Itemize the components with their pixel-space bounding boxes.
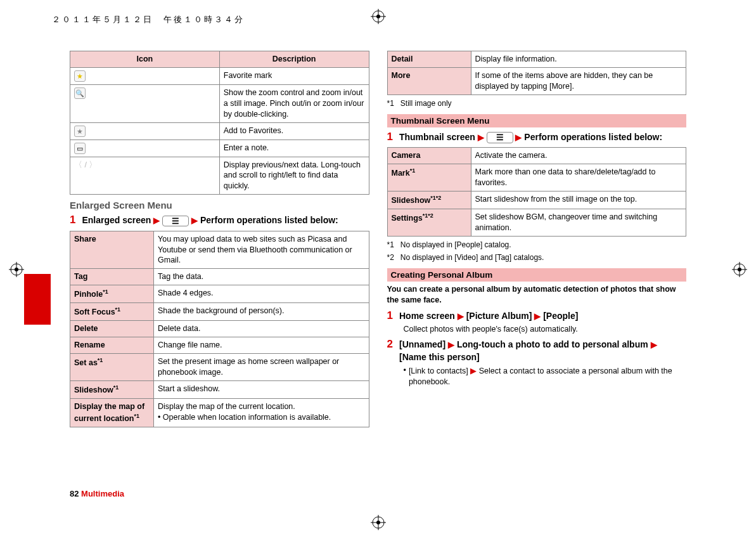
right-column: DetailDisplay file information.MoreIf so… — [387, 51, 687, 501]
page-header-timestamp: ２０１１年５月１２日 午後１０時３４分 — [52, 14, 245, 25]
triangle-icon: ▶ — [191, 216, 198, 225]
triangle-icon: ▶ — [534, 311, 541, 321]
thumbnail-screen-menu-heading: Thumbnail Screen Menu — [387, 114, 687, 127]
album-step-2-bullet: • [Link to contacts] ▶ Select a contact … — [404, 365, 687, 388]
enlarged-screen-menu-heading: Enlarged Screen Menu — [70, 200, 369, 211]
note-icon: ▭ — [74, 143, 86, 154]
step-number: 2 — [387, 339, 393, 351]
thumbnail-menu-table: CameraActivate the camera.Mark*1Mark mor… — [387, 147, 687, 236]
menu-row-desc: Activate the camera. — [471, 148, 686, 164]
table-row: DetailDisplay file information. — [387, 51, 686, 68]
step-part: [Name this person] — [399, 352, 480, 362]
table-row: Settings*1*2Set slideshow BGM, changeove… — [387, 209, 686, 236]
menu-row-label: Display the map of current location*1 — [70, 398, 154, 427]
step-part: [People] — [543, 311, 578, 321]
menu-row-desc: Shade 4 edges. — [154, 285, 369, 303]
step-text-pre: Thumbnail screen — [399, 132, 475, 142]
section-tab-icon — [24, 274, 51, 325]
icon-row-desc: Enter a note. — [219, 140, 369, 157]
table-row: ★ Favorite mark — [70, 67, 369, 84]
step-text: [Unnamed] ▶ Long-touch a photo to add to… — [399, 339, 686, 363]
table-row: Mark*1Mark more than one data to share/d… — [387, 164, 686, 192]
menu-row-label: Slideshow*1*2 — [387, 191, 471, 209]
menu-row-label: Detail — [387, 51, 471, 68]
crop-mark-right-icon — [732, 262, 747, 277]
triangle-icon: ▶ — [515, 133, 522, 142]
table-row: 🔍 Show the zoom control and zoom in/out … — [70, 84, 369, 122]
page-content: Icon Description ★ Favorite mark 🔍 Show … — [70, 51, 686, 501]
triangle-icon: ▶ — [153, 216, 160, 225]
step-text-pre: Enlarged screen — [82, 215, 151, 225]
menu-row-desc: If some of the items above are hidden, t… — [471, 67, 686, 94]
table-row: Display the map of current location*1Dis… — [70, 398, 369, 427]
icon-row-desc: Display previous/next data. Long-touch a… — [219, 157, 369, 195]
step-part: [Unnamed] — [399, 339, 445, 349]
menu-row-desc: You may upload data to web sites such as… — [154, 231, 369, 269]
menu-row-label: Camera — [387, 148, 471, 164]
table-row: ★ Add to Favorites. — [70, 122, 369, 140]
album-step-1-sub: Collect photos with people's face(s) aut… — [404, 324, 687, 335]
icon-table-header-desc: Description — [219, 51, 369, 68]
menu-row-desc: Mark more than one data to share/delete/… — [471, 164, 686, 192]
menu-row-desc: Shade the background of person(s). — [154, 303, 369, 321]
prev-next-icon: 〈 / 〉 — [70, 157, 220, 195]
bullet-part: [Link to contacts] — [409, 367, 468, 375]
menu-row-desc: Start slideshow from the still image on … — [471, 191, 686, 209]
footnote-key: *1 — [387, 99, 394, 108]
menu-row-label: Rename — [70, 337, 154, 354]
menu-row-desc: Display file information. — [471, 51, 686, 68]
footnote-text: Still image only — [400, 99, 452, 108]
crop-mark-bottom-icon — [371, 515, 386, 530]
step-number: 1 — [70, 214, 75, 226]
zoom-icon: 🔍 — [74, 88, 86, 99]
step-number: 1 — [387, 310, 393, 322]
add-favorite-icon: ★ — [74, 126, 86, 137]
triangle-icon: ▶ — [478, 133, 484, 142]
bullet-icon: • — [404, 365, 406, 388]
crop-mark-left-icon — [9, 262, 24, 277]
menu-row-desc: Delete data. — [154, 321, 369, 337]
table-row: RenameChange file name. — [70, 337, 369, 354]
menu-row-desc: Display the map of the current location.… — [154, 398, 369, 427]
step-text: Thumbnail screen ▶ ☰ ▶ Perform operation… — [399, 131, 686, 144]
step-part: Home screen — [399, 311, 455, 321]
triangle-icon: ▶ — [458, 311, 464, 321]
table-row: TagTag the data. — [70, 269, 369, 285]
step-text-post: Perform operations listed below: — [200, 215, 338, 225]
table-row: ▭ Enter a note. — [70, 140, 369, 157]
thumbnail-step-1: 1 Thumbnail screen ▶ ☰ ▶ Perform operati… — [387, 131, 687, 144]
step-part: Long-touch a photo to add to personal al… — [457, 339, 648, 349]
creating-personal-album-heading: Creating Personal Album — [387, 268, 687, 282]
menu-icon: ☰ — [487, 132, 513, 143]
menu-row-desc: Set slideshow BGM, changeover time and s… — [471, 209, 686, 236]
menu-row-label: Pinhole*1 — [70, 285, 154, 303]
menu-row-desc: Change file name. — [154, 337, 369, 354]
table-row: MoreIf some of the items above are hidde… — [387, 67, 686, 94]
menu-row-label: Slideshow*1 — [70, 380, 154, 398]
album-step-1: 1 Home screen ▶ [Picture Album] ▶ [Peopl… — [387, 310, 687, 323]
menu-row-label: Set as*1 — [70, 354, 154, 381]
menu-row-label: Share — [70, 231, 154, 269]
icon-description-table: Icon Description ★ Favorite mark 🔍 Show … — [70, 51, 369, 195]
icon-row-desc: Add to Favorites. — [219, 122, 369, 140]
triangle-icon: ▶ — [448, 340, 454, 349]
step-text-post: Perform operations listed below: — [524, 132, 662, 142]
step-text: Enlarged screen ▶ ☰ ▶ Perform operations… — [82, 214, 369, 227]
left-column: Icon Description ★ Favorite mark 🔍 Show … — [70, 51, 369, 501]
table-row: Pinhole*1Shade 4 edges. — [70, 285, 369, 303]
table-row: Set as*1Set the present image as home sc… — [70, 354, 369, 381]
triangle-icon: ▶ — [470, 366, 477, 375]
enlarged-menu-table: ShareYou may upload data to web sites su… — [70, 231, 369, 427]
crop-mark-top-icon — [371, 9, 386, 24]
icon-row-desc: Favorite mark — [219, 67, 369, 84]
enlarged-menu-table-continued: DetailDisplay file information.MoreIf so… — [387, 51, 687, 95]
album-intro-text: You can create a personal album by autom… — [387, 284, 687, 306]
table-row: DeleteDelete data. — [70, 321, 369, 337]
page-number: 82 — [70, 489, 79, 498]
table-row: Soft Focus*1Shade the background of pers… — [70, 303, 369, 321]
icon-row-desc: Show the zoom control and zoom in/out a … — [219, 84, 369, 122]
footnote-text: No displayed in [People] catalog. — [400, 240, 511, 249]
menu-row-label: Mark*1 — [387, 164, 471, 192]
page-footer: 82 Multimedia — [70, 489, 124, 498]
menu-row-desc: Set the present image as home screen wal… — [154, 354, 369, 381]
